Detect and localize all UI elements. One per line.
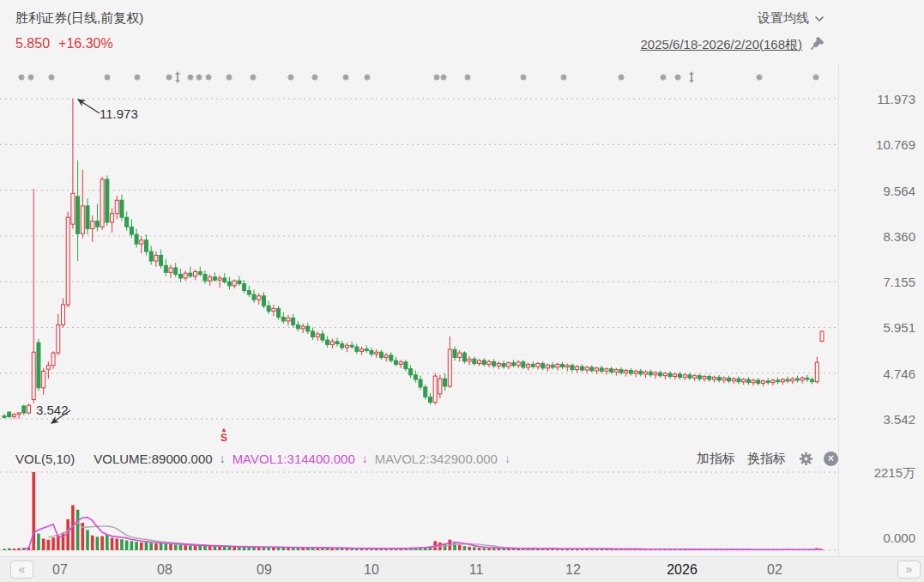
- candle-body: [610, 369, 613, 373]
- candle-body: [341, 343, 344, 347]
- event-marker-icon: [166, 74, 172, 80]
- volume-bar: [468, 547, 471, 550]
- volume-bar: [37, 534, 40, 550]
- candle-body: [673, 374, 677, 377]
- candle-body: [531, 364, 534, 367]
- high-annotation: 11.973: [100, 106, 138, 121]
- time-axis-label-07: 07: [52, 557, 68, 582]
- candle-body: [565, 366, 569, 367]
- event-marker-icon: [674, 74, 680, 80]
- scroll-left-button[interactable]: «: [10, 561, 33, 579]
- price-axis-panel: 11.97310.7699.5648.3607.1555.9514.7463.5…: [838, 64, 924, 556]
- candle-body: [306, 326, 310, 331]
- candle-body: [375, 352, 378, 354]
- price-axis-label: 4.746: [883, 366, 915, 380]
- pin-icon[interactable]: [807, 36, 824, 53]
- candle-body: [659, 373, 662, 376]
- volume-bar: [160, 543, 163, 550]
- candle-body: [330, 342, 334, 345]
- add-indicator-button[interactable]: 加指标: [697, 451, 735, 467]
- volume-bar: [32, 472, 35, 550]
- candle-body: [527, 364, 530, 367]
- candle-body: [223, 278, 226, 282]
- candle-body: [752, 380, 755, 383]
- candle-body: [135, 234, 138, 244]
- candle-body: [91, 221, 94, 229]
- candle-body: [292, 318, 295, 324]
- time-axis-label-11: 11: [469, 557, 484, 582]
- candle-body: [717, 377, 721, 380]
- mavol1-down-arrow-icon: ↓: [362, 452, 368, 465]
- candle-body: [444, 379, 447, 386]
- price-axis-label: 10.769: [876, 137, 915, 152]
- ma-settings-button[interactable]: 设置均线: [758, 10, 824, 27]
- candle-body: [399, 362, 402, 365]
- candle-body: [311, 331, 315, 337]
- candle-body: [160, 255, 163, 265]
- candle-body: [551, 365, 554, 367]
- close-indicator-icon[interactable]: ×: [824, 452, 838, 466]
- event-marker-icon: [618, 74, 624, 80]
- volume-bar: [218, 546, 221, 550]
- candle-body: [243, 284, 246, 291]
- candle-body: [458, 353, 462, 357]
- volume-bar: [203, 546, 207, 550]
- time-axis-bar: « » 070809101112202602: [0, 556, 924, 582]
- event-marker-icon: [250, 74, 256, 80]
- indicator-settings-gear-icon[interactable]: [798, 451, 813, 466]
- volume-bar: [487, 549, 491, 550]
- volume-bar: [208, 546, 212, 550]
- candle-body: [478, 361, 481, 364]
- candle-body: [140, 240, 143, 244]
- candle-body: [46, 366, 50, 369]
- candle-body: [8, 412, 11, 416]
- candle-body: [57, 324, 60, 353]
- candle-body: [218, 278, 221, 280]
- switch-indicator-button[interactable]: 换指标: [747, 451, 786, 467]
- event-marker-icon: [560, 74, 566, 80]
- volume-bar: [66, 519, 69, 550]
- candle-body: [86, 206, 89, 229]
- volume-bar: [3, 549, 6, 550]
- candle-body: [345, 345, 348, 348]
- candle-body: [184, 273, 187, 278]
- candle-body: [17, 413, 21, 415]
- candle-body: [32, 352, 35, 399]
- event-marker-icon: [520, 74, 526, 80]
- event-marker-icon: [196, 74, 202, 80]
- time-axis-label-2026: 2026: [667, 557, 698, 582]
- event-marker-icon: [48, 74, 54, 80]
- candle-body: [390, 355, 393, 361]
- candle-body: [395, 361, 398, 364]
- volume-bar: [149, 543, 153, 550]
- date-range-link[interactable]: 2025/6/18-2026/2/20(168根): [641, 37, 802, 53]
- price-candlestick-chart[interactable]: 11.9733.542▴S: [0, 64, 838, 445]
- event-marker-updown-icon: [689, 71, 694, 83]
- scroll-right-button[interactable]: »: [897, 561, 921, 579]
- volume-bar: [130, 541, 134, 550]
- candle-body: [154, 255, 158, 261]
- candle-body: [576, 367, 579, 370]
- event-marker-icon: [104, 74, 110, 80]
- candle-body: [233, 281, 236, 286]
- candle-body: [198, 271, 202, 274]
- volume-bar: [478, 548, 481, 550]
- candle-body: [614, 370, 618, 373]
- candle-body: [683, 375, 686, 378]
- candle-body: [61, 305, 64, 324]
- candle-body: [433, 376, 437, 403]
- candle-body: [516, 362, 520, 366]
- volume-bar: [120, 539, 124, 550]
- candle-body: [228, 282, 232, 285]
- candle-body: [771, 380, 775, 383]
- volume-bar: [189, 545, 192, 550]
- candle-body: [585, 367, 589, 370]
- candle-body: [350, 345, 353, 347]
- candle-body: [301, 326, 305, 329]
- candle-body: [580, 367, 583, 370]
- symbol-title: 胜利证券(日线,前复权): [15, 10, 143, 27]
- candle-body: [766, 381, 770, 383]
- candle-body: [625, 370, 628, 373]
- candle-body: [737, 379, 740, 382]
- volume-bar-chart[interactable]: [0, 470, 838, 552]
